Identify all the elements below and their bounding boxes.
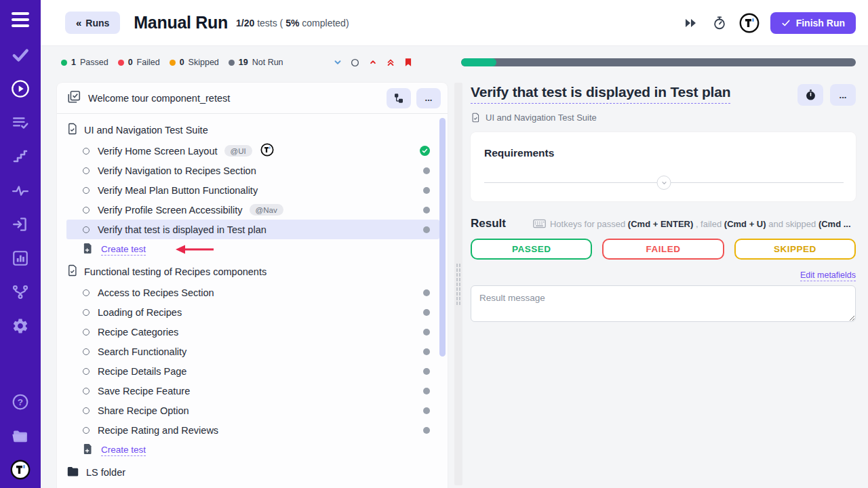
splitter-grip-icon <box>456 263 461 305</box>
file-plus-icon <box>83 443 93 458</box>
skipped-button[interactable]: SKIPPED <box>734 239 856 260</box>
requirements-expand-button[interactable] <box>657 176 671 190</box>
panel-splitter[interactable] <box>454 83 462 485</box>
run-progress-bar <box>461 58 856 66</box>
suite-row[interactable]: Functional testing of Recipes components <box>66 261 448 283</box>
run-progress-text: 1/20 tests ( 5% completed) <box>236 18 349 28</box>
app-sidebar: ? <box>0 0 41 488</box>
priority-normal-icon[interactable] <box>350 57 361 68</box>
test-circle-icon <box>83 368 90 375</box>
finish-run-button[interactable]: Finish Run <box>770 12 856 34</box>
test-circle-icon <box>83 348 90 355</box>
status-notrun-icon <box>423 329 430 336</box>
timer-button[interactable] <box>797 84 823 106</box>
test-row-selected[interactable]: Verify that test is displayed in Test pl… <box>66 220 439 239</box>
test-row[interactable]: Search Functionality <box>66 342 448 361</box>
test-circle-icon <box>83 388 90 394</box>
settings-gear-icon[interactable] <box>10 316 31 336</box>
tree-scrollbar[interactable] <box>439 118 446 357</box>
projects-folder-icon[interactable] <box>10 426 31 446</box>
passed-button[interactable]: PASSED <box>471 239 592 260</box>
back-to-runs-button[interactable]: « Runs <box>65 12 120 34</box>
status-passed-icon <box>420 146 430 156</box>
suite-row[interactable]: UI and Navigation Test Suite <box>66 485 448 488</box>
check-icon <box>781 18 791 28</box>
status-notrun-icon <box>423 368 430 375</box>
result-message-input[interactable] <box>471 285 856 322</box>
status-notrun-icon <box>423 388 430 394</box>
test-list-icon[interactable] <box>10 113 31 133</box>
reports-chart-icon[interactable] <box>10 248 31 268</box>
suite-row[interactable]: UI and Navigation Test Suite <box>66 119 448 141</box>
suite-file-icon <box>66 264 79 280</box>
create-test-row[interactable]: Create test <box>66 239 448 260</box>
folder-row[interactable]: LS folder <box>66 462 448 483</box>
test-row[interactable]: Recipe Details Page <box>66 361 448 381</box>
fast-forward-icon[interactable] <box>682 14 700 32</box>
result-title: Result <box>471 217 506 230</box>
status-notrun-icon <box>423 167 430 174</box>
steps-icon[interactable] <box>10 146 31 167</box>
breadcrumb[interactable]: UI and Navigation Test Suite <box>471 112 856 123</box>
test-tag: @Nav <box>250 204 283 216</box>
progress-fill <box>461 58 496 66</box>
test-tag: @UI <box>224 145 252 157</box>
priority-high-icon[interactable] <box>368 57 378 68</box>
test-more-button[interactable]: ... <box>830 84 856 106</box>
bookmark-icon[interactable] <box>403 57 414 68</box>
testomat-logo-icon[interactable] <box>10 460 31 480</box>
check-nav-icon[interactable] <box>10 45 31 65</box>
hotkeys-hint: Hotkeys for passed (Cmd + ENTER) , faile… <box>533 219 851 229</box>
priority-critical-icon[interactable] <box>385 57 396 68</box>
test-row[interactable]: Share Recipe Option <box>66 401 448 420</box>
folder-icon <box>66 466 79 480</box>
file-plus-icon <box>83 243 93 257</box>
runs-play-icon[interactable] <box>10 79 31 99</box>
test-row[interactable]: Recipe Rating and Reviews <box>66 420 448 440</box>
status-notrun-icon <box>423 226 430 233</box>
test-row[interactable]: Verify Navigation to Recipes Section <box>66 161 448 180</box>
test-row[interactable]: Access to Recipes Section <box>66 283 448 302</box>
test-row[interactable]: Verify Meal Plan Button Functionality <box>66 180 448 200</box>
activity-pulse-icon[interactable] <box>10 180 31 201</box>
test-circle-icon <box>83 329 90 336</box>
timer-icon[interactable] <box>711 14 728 32</box>
test-row[interactable]: Loading of Recipes <box>66 302 448 322</box>
testomat-badge-icon[interactable] <box>739 13 760 33</box>
test-circle-icon <box>83 207 90 214</box>
test-circle-icon <box>83 309 90 316</box>
test-circle-icon <box>83 148 90 155</box>
test-row[interactable]: Verify Home Screen Layout @UI <box>66 141 448 161</box>
help-icon[interactable]: ? <box>10 392 31 412</box>
keyboard-icon <box>533 219 546 228</box>
test-row[interactable]: Recipe Categories <box>66 322 448 342</box>
skipped-dot-icon <box>170 60 176 66</box>
run-tree-title: Welcome tour component_retest <box>88 93 230 104</box>
status-notrun-icon <box>423 407 430 414</box>
test-row[interactable]: Verify Profile Screen Accessibility @Nav <box>66 200 448 220</box>
tree-more-button[interactable]: ... <box>416 88 441 108</box>
requirements-card: Requirements <box>471 132 856 201</box>
branches-icon[interactable] <box>10 282 31 302</box>
requirements-title: Requirements <box>484 147 844 159</box>
failed-button[interactable]: FAILED <box>602 239 724 260</box>
failed-dot-icon <box>118 60 124 66</box>
edit-metafields-link[interactable]: Edit metafields <box>800 270 856 281</box>
test-circle-icon <box>83 226 90 233</box>
status-notrun-icon <box>423 207 430 214</box>
import-icon[interactable] <box>10 214 31 235</box>
create-test-row[interactable]: Create test <box>66 440 448 460</box>
expand-chevron-down-icon[interactable] <box>332 57 343 68</box>
test-circle-icon <box>83 289 90 296</box>
tree-view-button[interactable] <box>387 88 411 108</box>
double-chevron-left-icon: « <box>76 17 80 28</box>
create-test-link[interactable]: Create test <box>101 445 146 456</box>
status-row: 1Passed 0Failed 0Skipped 19Not Run <box>41 46 868 79</box>
stopwatch-icon <box>805 89 816 102</box>
test-title[interactable]: Verify that test is displayed in Test pl… <box>471 84 730 104</box>
test-row[interactable]: Save Recipe Feature <box>66 381 448 401</box>
test-circle-icon <box>83 167 90 174</box>
menu-icon[interactable] <box>10 12 31 27</box>
chevron-down-icon <box>660 180 667 186</box>
create-test-link[interactable]: Create test <box>101 244 146 256</box>
